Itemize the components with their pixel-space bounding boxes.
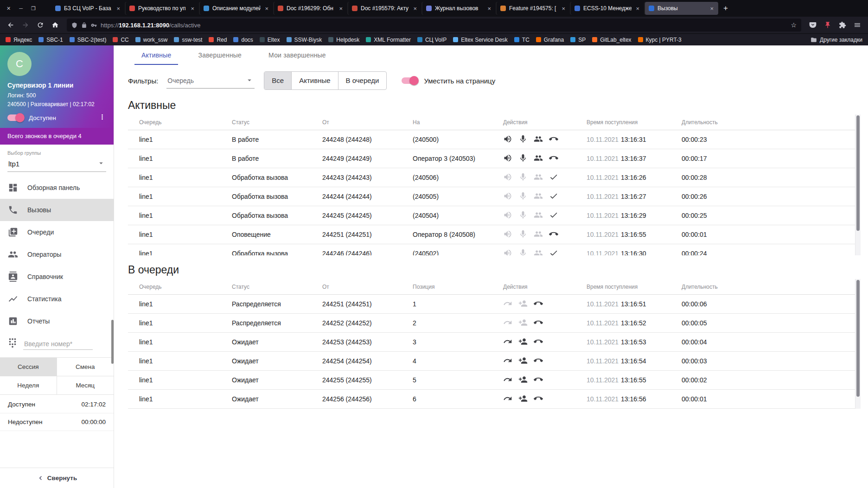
tab-close-icon[interactable]: × <box>264 5 269 12</box>
bookmark-item[interactable]: work_ssw <box>135 37 168 43</box>
queue-table-scrollbar[interactable] <box>855 279 861 409</box>
person-add-action-button[interactable] <box>518 356 528 367</box>
bookmark-item[interactable]: TC <box>514 37 530 43</box>
dialpad-icon[interactable] <box>7 338 18 350</box>
browser-tab[interactable]: Feature #194575: [× <box>497 2 570 15</box>
call-end-action-button[interactable] <box>534 318 543 329</box>
bookmark-item[interactable]: ssw-test <box>174 37 202 43</box>
sidebar-item-chart[interactable]: Статистика <box>0 288 114 310</box>
tab-Мои завершенные[interactable]: Мои завершенные <box>255 45 339 65</box>
volume-up-action-button[interactable] <box>503 134 512 145</box>
new-tab-button[interactable]: + <box>719 2 733 15</box>
tab-close-icon[interactable]: × <box>635 5 640 12</box>
phone-forward-action-button[interactable] <box>503 375 512 386</box>
view-filter-button[interactable]: Активные <box>291 72 338 89</box>
bookmark-item[interactable]: Grafana <box>536 37 564 43</box>
pin-icon[interactable] <box>821 19 835 32</box>
check-action-button[interactable] <box>549 191 558 202</box>
person-add-action-button[interactable] <box>518 337 528 348</box>
sidebar-item-queue[interactable]: Очереди <box>0 221 114 243</box>
sidebar-scrollbar-thumb[interactable] <box>111 320 114 364</box>
view-filter-button[interactable]: Все <box>264 72 291 89</box>
bookmark-item[interactable]: XML Formatter <box>366 37 411 43</box>
other-bookmarks-button[interactable]: Другие закладки <box>811 37 862 43</box>
sidebar-item-contacts[interactable]: Справочник <box>0 266 114 288</box>
mic-action-button[interactable] <box>518 134 528 145</box>
bookmark-item[interactable]: docs <box>233 37 253 43</box>
period-tab[interactable]: Неделя <box>0 376 57 395</box>
bookmark-item[interactable]: CC <box>113 37 128 43</box>
browser-tab[interactable]: Doc #195579: Акту× <box>348 2 421 15</box>
sidebar-item-report[interactable]: Отчеты <box>0 310 114 332</box>
sidebar-item-people[interactable]: Операторы <box>0 243 114 266</box>
menu-icon[interactable] <box>850 19 864 32</box>
person-add-action-button[interactable] <box>518 394 528 405</box>
window-maximize-icon[interactable]: ❐ <box>31 6 36 12</box>
browser-tab[interactable]: Doc #196299: Обн× <box>274 2 347 15</box>
bookmark-item[interactable]: SP <box>570 37 586 43</box>
shield-icon[interactable] <box>71 22 77 28</box>
call-end-action-button[interactable] <box>549 153 558 164</box>
forward-button[interactable] <box>19 19 32 32</box>
browser-tab[interactable]: БЗ СЦ VoIP - База з× <box>51 2 125 15</box>
scrollbar-thumb[interactable] <box>856 280 860 397</box>
extension-icon[interactable] <box>836 19 849 32</box>
kebab-menu-icon[interactable] <box>98 113 106 122</box>
scrollbar-thumb[interactable] <box>856 115 860 231</box>
bookmark-item[interactable]: SSW-Biysk <box>287 37 322 43</box>
lock-icon[interactable] <box>81 22 87 28</box>
bookmark-item[interactable]: SBC-2(test) <box>70 37 107 43</box>
group-select[interactable]: ltp1 <box>7 156 106 172</box>
call-end-action-button[interactable] <box>534 299 543 310</box>
sidebar-item-dashboard[interactable]: Обзорная панель <box>0 177 114 199</box>
home-button[interactable] <box>48 19 62 32</box>
bookmark-item[interactable]: Eltex <box>260 37 280 43</box>
people-action-button[interactable] <box>534 134 543 145</box>
call-end-action-button[interactable] <box>549 134 558 145</box>
pocket-icon[interactable] <box>806 19 820 32</box>
tab-Завершенные[interactable]: Завершенные <box>185 45 255 65</box>
call-end-action-button[interactable] <box>534 394 543 405</box>
phone-forward-action-button[interactable] <box>503 337 512 348</box>
tab-close-icon[interactable]: × <box>115 5 121 12</box>
volume-up-action-button[interactable] <box>503 153 512 164</box>
collapse-sidebar-button[interactable]: Свернуть <box>0 468 114 488</box>
tab-close-icon[interactable]: × <box>486 5 492 12</box>
mic-action-button[interactable] <box>518 153 528 164</box>
address-bar[interactable]: https://192.168.1.21:8090/calls/active ☆ <box>67 19 801 32</box>
period-tab[interactable]: Сессия <box>0 358 57 376</box>
browser-tab[interactable]: Вызовы× <box>645 2 718 15</box>
people-action-button[interactable] <box>534 153 543 164</box>
bookmark-item[interactable]: SBC-1 <box>38 37 63 43</box>
call-end-action-button[interactable] <box>534 375 543 386</box>
key-icon[interactable] <box>91 22 97 28</box>
check-action-button[interactable] <box>549 248 558 256</box>
tab-close-icon[interactable]: × <box>561 5 566 12</box>
fit-page-toggle[interactable] <box>402 77 417 84</box>
dial-input[interactable] <box>23 338 93 350</box>
check-action-button[interactable] <box>549 172 558 183</box>
browser-tab[interactable]: Руководство по уп× <box>126 2 199 15</box>
back-button[interactable] <box>4 19 18 32</box>
bookmark-item[interactable]: Red <box>209 37 227 43</box>
browser-tab[interactable]: Журнал вызовов× <box>422 2 496 15</box>
bookmark-item[interactable]: Курс | PYRT-3 <box>638 37 682 43</box>
bookmark-item[interactable]: Helpdesk <box>328 37 359 43</box>
browser-tab[interactable]: ECSS-10 Менеджер× <box>571 2 644 15</box>
queue-filter-select[interactable]: Очередь <box>166 73 255 89</box>
reload-button[interactable] <box>33 19 47 32</box>
bookmark-star-icon[interactable]: ☆ <box>791 21 797 29</box>
tab-close-icon[interactable]: × <box>190 5 195 12</box>
phone-forward-action-button[interactable] <box>503 394 512 405</box>
period-tab[interactable]: Смена <box>57 358 114 376</box>
person-add-action-button[interactable] <box>518 375 528 386</box>
availability-toggle[interactable] <box>7 114 23 121</box>
tab-close-icon[interactable]: × <box>709 5 715 12</box>
call-end-action-button[interactable] <box>534 337 543 348</box>
phone-forward-action-button[interactable] <box>503 356 512 367</box>
call-end-action-button[interactable] <box>549 229 558 240</box>
bookmark-item[interactable]: СЦ VoIP <box>417 37 447 43</box>
tab-Активные[interactable]: Активные <box>128 45 185 65</box>
tab-close-icon[interactable]: × <box>338 5 344 12</box>
active-table-scrollbar[interactable] <box>855 114 861 255</box>
